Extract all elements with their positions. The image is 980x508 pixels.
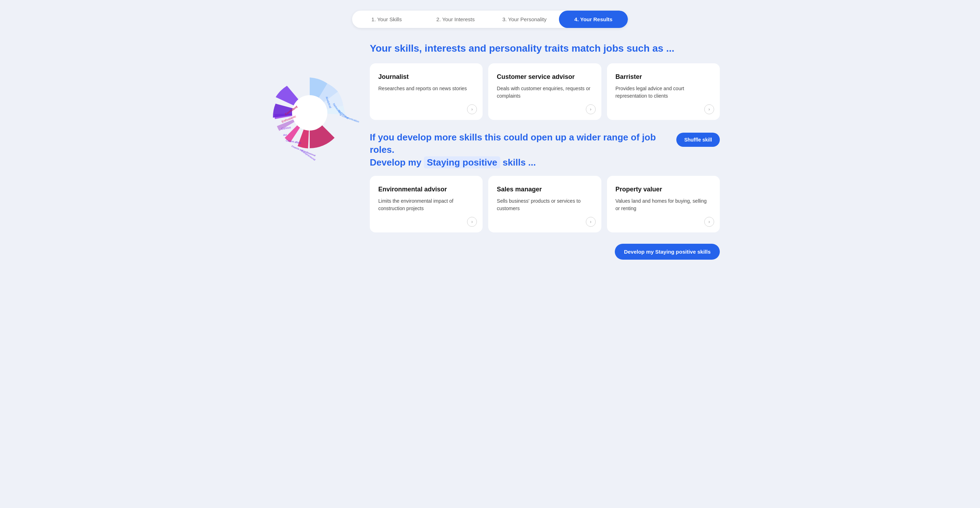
svg-point-0: [292, 95, 328, 131]
job-desc-journalist: Researches and reports on news stories: [378, 85, 474, 92]
job-title-barrister: Barrister: [616, 73, 711, 81]
job-desc-environmental-advisor: Limits the environmental impact of const…: [378, 197, 474, 212]
job-title-customer-service: Customer service advisor: [497, 73, 592, 81]
svg-text:Art: Art: [283, 133, 287, 137]
match-jobs-grid: Journalist Researches and reports on new…: [370, 63, 720, 120]
develop-title-line1: If you develop more skills this could op…: [370, 132, 656, 155]
job-desc-sales-manager: Sells business' products or services to …: [497, 197, 592, 212]
develop-header: If you develop more skills this could op…: [370, 131, 720, 168]
develop-jobs-grid: Environmental advisor Limits the environ…: [370, 176, 720, 232]
match-title: Your skills, interests and personality t…: [370, 42, 720, 55]
job-card-journalist[interactable]: Journalist Researches and reports on new…: [370, 63, 482, 120]
content-area: Your skills, interests and personality t…: [370, 42, 720, 268]
step-skills[interactable]: 1. Your Skills: [352, 11, 421, 28]
job-desc-property-valuer: Values land and homes for buying, sellin…: [616, 197, 711, 212]
develop-title-line2: Develop my: [370, 157, 422, 168]
job-desc-customer-service: Deals with customer enquiries, requests …: [497, 85, 592, 100]
job-arrow-sales-manager[interactable]: ›: [586, 217, 596, 227]
job-arrow-customer-service[interactable]: ›: [586, 104, 596, 114]
job-title-journalist: Journalist: [378, 73, 474, 81]
job-arrow-barrister[interactable]: ›: [704, 104, 714, 114]
step-results[interactable]: 4. Your Results: [559, 11, 628, 28]
develop-section: If you develop more skills this could op…: [370, 131, 720, 259]
job-card-property-valuer[interactable]: Property valuer Values land and homes fo…: [607, 176, 720, 232]
develop-skill-highlight: Staying positive: [424, 157, 500, 168]
job-card-sales-manager[interactable]: Sales manager Sells business' products o…: [488, 176, 601, 232]
job-arrow-environmental-advisor[interactable]: ›: [467, 217, 477, 227]
svg-text:Current affairs: Current affairs: [286, 139, 302, 144]
svg-text:Communication skills: Communication skills: [341, 114, 359, 126]
job-title-property-valuer: Property valuer: [616, 186, 711, 193]
develop-title: If you develop more skills this could op…: [370, 131, 669, 168]
job-arrow-journalist[interactable]: ›: [467, 104, 477, 114]
job-title-sales-manager: Sales manager: [497, 186, 592, 193]
job-arrow-property-valuer[interactable]: ›: [704, 217, 714, 227]
job-title-environmental-advisor: Environmental advisor: [378, 186, 474, 193]
shuffle-skill-button[interactable]: Shuffle skill: [676, 133, 720, 147]
develop-skills-button[interactable]: Develop my Staying positive skills: [615, 244, 720, 260]
job-desc-barrister: Provides legal advice and court represen…: [616, 85, 711, 100]
personality-chart: Confident Enthusiastic Curious Art Curre…: [260, 63, 359, 162]
job-card-customer-service[interactable]: Customer service advisor Deals with cust…: [488, 63, 601, 120]
main-layout: Confident Enthusiastic Curious Art Curre…: [260, 42, 720, 268]
step-interests[interactable]: 2. Your Interests: [421, 11, 490, 28]
job-card-barrister[interactable]: Barrister Provides legal advice and cour…: [607, 63, 720, 120]
job-card-environmental-advisor[interactable]: Environmental advisor Limits the environ…: [370, 176, 482, 232]
progress-bar: 1. Your Skills 2. Your Interests 3. Your…: [352, 11, 628, 28]
step-personality[interactable]: 3. Your Personality: [490, 11, 559, 28]
chart-container: Confident Enthusiastic Curious Art Curre…: [260, 42, 359, 164]
develop-title-line3: skills ...: [503, 157, 536, 168]
